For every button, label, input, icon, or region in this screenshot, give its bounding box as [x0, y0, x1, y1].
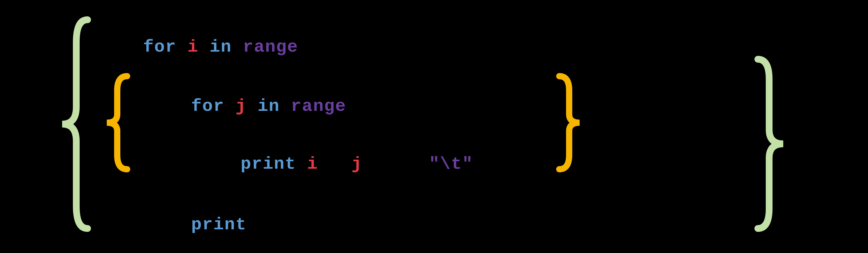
string-literal: "\t": [429, 154, 473, 174]
keyword-print: print: [191, 215, 247, 235]
outer-brace-right-icon: [752, 53, 789, 234]
outer-brace-left-icon: [57, 14, 93, 234]
variable-j: j: [236, 96, 247, 116]
keyword-in: in: [258, 96, 280, 116]
keyword-for: for: [143, 37, 177, 57]
keyword-range: range: [243, 37, 298, 57]
code-diagram: for i in range for j in range print i j …: [0, 0, 868, 253]
keyword-range: range: [291, 96, 346, 116]
variable-i: i: [307, 154, 318, 174]
code-line-4: print: [147, 194, 247, 253]
inner-brace-right-icon: [554, 71, 585, 175]
inner-brace-left-icon: [102, 71, 133, 175]
keyword-for: for: [191, 96, 224, 116]
keyword-in: in: [210, 37, 231, 57]
code-line-3: print i j "\t": [196, 134, 473, 194]
keyword-print: print: [241, 154, 296, 174]
variable-j: j: [351, 154, 362, 174]
code-line-2: for j in range: [147, 76, 346, 136]
code-line-1: for i in range: [99, 17, 298, 77]
variable-i: i: [188, 37, 198, 57]
